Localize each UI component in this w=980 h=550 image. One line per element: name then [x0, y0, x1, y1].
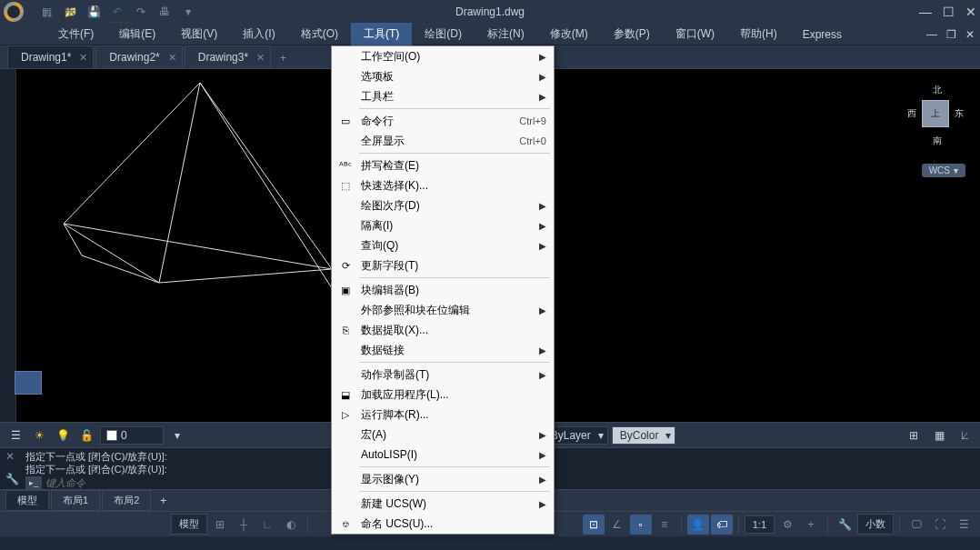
- viewcube-south[interactable]: 南: [933, 135, 942, 147]
- doc-tab-3[interactable]: Drawing3*✕: [185, 45, 271, 68]
- menu-item[interactable]: 绘图次序(D)▶: [332, 195, 554, 215]
- menu-item[interactable]: ⬓加载应用程序(L)...: [332, 385, 554, 405]
- menu-item[interactable]: ▷运行脚本(R)...: [332, 405, 554, 425]
- sun-icon[interactable]: ☀: [29, 425, 49, 445]
- sb-tag-icon[interactable]: 🏷: [711, 515, 733, 535]
- cmd-settings-icon[interactable]: 🔧: [5, 473, 19, 485]
- menu-insert[interactable]: 插入(I): [230, 23, 287, 45]
- lock-icon[interactable]: 🔓: [76, 425, 96, 445]
- mdi-close-icon[interactable]: ✕: [965, 28, 975, 41]
- layout-tab-model[interactable]: 模型: [5, 490, 49, 511]
- layer-selector[interactable]: 0: [100, 426, 164, 445]
- sb-plus-icon[interactable]: +: [800, 515, 822, 535]
- viewcube-top-face[interactable]: 上: [922, 100, 949, 127]
- menu-item[interactable]: 全屏显示Ctrl+0: [332, 131, 554, 151]
- menu-item[interactable]: ⟳更新字段(T): [332, 255, 554, 275]
- tab-close-icon[interactable]: ✕: [256, 52, 265, 64]
- menu-dimension[interactable]: 标注(N): [475, 23, 537, 45]
- menu-item[interactable]: 选项板▶: [332, 66, 554, 86]
- sb-osnap-icon[interactable]: ⊡: [583, 515, 605, 535]
- sb-angle-icon[interactable]: ∠: [606, 515, 628, 535]
- layer-manager-icon[interactable]: ☰: [5, 425, 25, 445]
- menu-item[interactable]: 工具栏▶: [332, 86, 554, 106]
- menu-item[interactable]: 显示图像(Y)▶: [332, 469, 554, 489]
- sb-dyn-icon[interactable]: ▫: [630, 515, 652, 535]
- bulb-icon[interactable]: 💡: [53, 425, 73, 445]
- sb-scale-label[interactable]: 1:1: [745, 515, 775, 534]
- menu-file[interactable]: 文件(F): [45, 23, 106, 45]
- color-selector[interactable]: ByColor: [612, 426, 676, 445]
- qat-save-icon[interactable]: 💾: [85, 4, 102, 20]
- add-tab-button[interactable]: +: [273, 48, 294, 68]
- sb-snap-icon[interactable]: ┼: [233, 515, 255, 535]
- menu-item[interactable]: 外部参照和块在位编辑▶: [332, 300, 554, 320]
- viewcube-west[interactable]: 西: [907, 107, 916, 120]
- tab-close-icon[interactable]: ✕: [79, 52, 87, 64]
- sb-gear-icon[interactable]: ⚙: [776, 515, 798, 535]
- qat-redo-icon[interactable]: ↷: [133, 4, 149, 20]
- minimize-button[interactable]: —: [919, 5, 932, 19]
- menu-item[interactable]: AutoLISP(I)▶: [332, 445, 554, 465]
- menu-format[interactable]: 格式(O): [288, 23, 351, 45]
- ortho-icon[interactable]: ⟀: [955, 425, 975, 445]
- qat-undo-icon[interactable]: ↶: [109, 4, 125, 20]
- add-layout-button[interactable]: +: [153, 492, 174, 510]
- tab-close-icon[interactable]: ✕: [168, 52, 176, 64]
- menu-parametric[interactable]: 参数(P): [601, 23, 663, 45]
- menu-item[interactable]: 动作录制器(T)▶: [332, 365, 554, 385]
- sb-precision-label[interactable]: 小数: [857, 514, 894, 535]
- menu-modify[interactable]: 修改(M): [537, 23, 601, 45]
- close-button[interactable]: ✕: [965, 5, 976, 19]
- sb-grid-icon[interactable]: ⊞: [209, 515, 231, 535]
- sb-expand-icon[interactable]: ⛶: [929, 515, 951, 535]
- sb-tool-icon[interactable]: 🔧: [834, 515, 855, 535]
- sb-ortho-icon[interactable]: ∟: [256, 515, 278, 535]
- viewcube-north[interactable]: 北: [933, 84, 942, 96]
- menu-item[interactable]: ⎘数据提取(X)...: [332, 320, 554, 340]
- layout-tab-2[interactable]: 布局2: [102, 490, 151, 511]
- menu-item[interactable]: ᴬᴮᶜ拼写检查(E): [332, 155, 554, 175]
- menu-express[interactable]: Express: [790, 25, 855, 45]
- menu-help[interactable]: 帮助(H): [727, 23, 790, 45]
- menu-item[interactable]: 隔离(I)▶: [332, 215, 554, 235]
- app-logo[interactable]: [4, 2, 24, 22]
- viewcube-east[interactable]: 东: [955, 107, 964, 120]
- menu-tools[interactable]: 工具(T): [351, 23, 412, 45]
- snap-icon[interactable]: ▦: [929, 425, 949, 445]
- layer-states-icon[interactable]: ▾: [167, 425, 187, 445]
- sb-monitor-icon[interactable]: 🖵: [905, 515, 927, 535]
- maximize-button[interactable]: ☐: [943, 5, 955, 19]
- menu-item[interactable]: ▭命令行Ctrl+9: [332, 111, 554, 131]
- menu-item[interactable]: ▣块编辑器(B): [332, 280, 554, 300]
- menu-item[interactable]: ⎊命名 UCS(U)...: [332, 514, 554, 534]
- mdi-restore-icon[interactable]: ❐: [946, 28, 956, 41]
- cmd-close-icon[interactable]: ✕: [5, 450, 15, 463]
- menu-item[interactable]: 数据链接▶: [332, 340, 554, 360]
- menu-item[interactable]: 查询(Q)▶: [332, 235, 554, 255]
- mdi-minimize-icon[interactable]: —: [926, 28, 937, 41]
- doc-tab-2[interactable]: Drawing2*✕: [95, 45, 182, 68]
- qat-open-icon[interactable]: 📁: [62, 4, 78, 20]
- menu-draw[interactable]: 绘图(D): [412, 23, 475, 45]
- viewcube[interactable]: 北 西 东 南 上: [907, 80, 964, 162]
- sb-lineweight-icon[interactable]: ≡: [654, 515, 675, 535]
- menu-item[interactable]: ⬚快速选择(K)...: [332, 175, 554, 195]
- qat-dropdown-icon[interactable]: ▾: [180, 4, 196, 20]
- menu-view[interactable]: 视图(V): [168, 23, 230, 45]
- menu-item[interactable]: 新建 UCS(W)▶: [332, 494, 554, 514]
- sb-person-icon[interactable]: 👤: [687, 515, 709, 535]
- menu-edit[interactable]: 编辑(E): [106, 23, 168, 45]
- qat-print-icon[interactable]: 🖶: [156, 4, 173, 20]
- wcs-badge[interactable]: WCS▾: [922, 164, 965, 177]
- menu-window[interactable]: 窗口(W): [663, 23, 727, 45]
- sb-polar-icon[interactable]: ◐: [280, 515, 302, 535]
- qat-new-icon[interactable]: ▦: [38, 4, 55, 20]
- tool-palette-icon[interactable]: [15, 371, 42, 395]
- layout-tab-1[interactable]: 布局1: [51, 490, 100, 511]
- sb-menu-icon[interactable]: ☰: [953, 515, 975, 535]
- sb-model-label[interactable]: 模型: [171, 514, 207, 535]
- menu-item[interactable]: 工作空间(O)▶: [332, 46, 554, 66]
- menu-item[interactable]: 宏(A)▶: [332, 425, 554, 445]
- doc-tab-1[interactable]: Drawing1*✕: [7, 45, 94, 68]
- grid-icon[interactable]: ⊞: [904, 425, 924, 445]
